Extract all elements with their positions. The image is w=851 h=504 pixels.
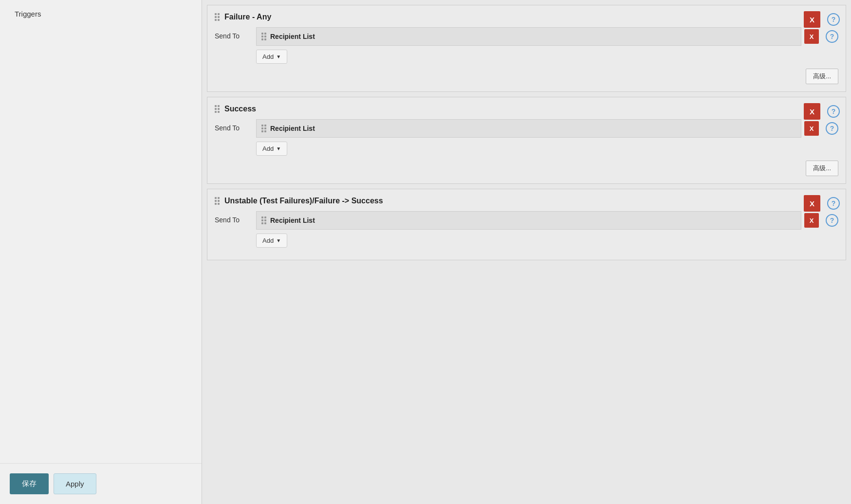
- add-label-unstable: Add: [262, 237, 274, 244]
- drag-dot: [261, 216, 263, 218]
- main-layout: Triggers 保存 Apply X ? Fail: [0, 0, 851, 504]
- recipient-area-unstable: Recipient List X ? Add ▼: [256, 211, 838, 248]
- recipient-label-unstable: Recipient List: [270, 216, 315, 224]
- add-label-success: Add: [262, 145, 274, 152]
- help-icon-recipient-success[interactable]: ?: [826, 122, 838, 135]
- help-icon-recipient-unstable[interactable]: ?: [826, 214, 838, 227]
- drag-dot: [261, 36, 263, 37]
- recipient-drag-handle-failure-any[interactable]: [261, 33, 266, 40]
- drag-dot: [218, 105, 220, 107]
- drag-dot: [264, 125, 266, 126]
- advanced-button-failure-any[interactable]: 高级...: [806, 69, 838, 84]
- drag-dot: [264, 36, 266, 37]
- recipient-drag-handle-success[interactable]: [261, 125, 266, 132]
- trigger-header-failure-any: Failure - Any: [215, 13, 838, 21]
- remove-recipient-success-button[interactable]: X: [804, 121, 819, 136]
- drag-dot: [264, 127, 266, 129]
- recipient-box-success: Recipient List: [256, 119, 801, 138]
- drag-dot: [261, 38, 263, 40]
- add-recipient-success-button[interactable]: Add ▼: [256, 142, 287, 156]
- remove-trigger-unstable-button[interactable]: X: [804, 195, 820, 212]
- drag-dot: [215, 197, 217, 199]
- add-recipient-failure-any-button[interactable]: Add ▼: [256, 50, 287, 64]
- advanced-row-success: 高级...: [215, 161, 838, 176]
- help-icon-recipient-failure-any[interactable]: ?: [826, 30, 838, 43]
- recipient-drag-handle-unstable[interactable]: [261, 216, 266, 224]
- help-icon-success[interactable]: ?: [827, 105, 840, 118]
- send-to-row-success: Send To Recipient Lis: [215, 119, 838, 156]
- recipient-label-success: Recipient List: [270, 125, 315, 132]
- recipient-box-failure-any: Recipient List: [256, 27, 801, 46]
- trigger-header-unstable: Unstable (Test Failures)/Failure -> Succ…: [215, 197, 838, 205]
- drag-dot: [215, 111, 217, 113]
- trigger-top-right-failure-any: X ?: [804, 11, 840, 28]
- drag-dot: [264, 33, 266, 35]
- drag-dot: [218, 197, 220, 199]
- remove-trigger-failure-any-button[interactable]: X: [804, 11, 820, 28]
- drag-dot: [215, 203, 217, 205]
- trigger-top-right-unstable: X ?: [804, 195, 840, 212]
- drag-dot: [264, 222, 266, 224]
- send-to-row-unstable: Send To Recipient Lis: [215, 211, 838, 248]
- drag-dot: [261, 219, 263, 221]
- sidebar-footer: 保存 Apply: [0, 463, 202, 504]
- drag-dot: [261, 33, 263, 35]
- drag-dot: [264, 38, 266, 40]
- drag-handle-failure-any[interactable]: [215, 13, 220, 21]
- help-icon-failure-any[interactable]: ?: [827, 13, 840, 26]
- add-dropdown-arrow-unstable: ▼: [276, 238, 281, 243]
- recipient-row-unstable: Recipient List X ?: [256, 211, 838, 230]
- drag-dot: [215, 108, 217, 110]
- drag-dot: [261, 130, 263, 132]
- send-to-label-failure-any: Send To: [215, 27, 249, 40]
- trigger-title-failure-any: Failure - Any: [224, 13, 838, 21]
- send-to-label-success: Send To: [215, 119, 249, 132]
- drag-dot: [215, 200, 217, 202]
- drag-dot: [218, 13, 220, 15]
- drag-handle-unstable[interactable]: [215, 197, 220, 205]
- drag-handle-success[interactable]: [215, 105, 220, 113]
- drag-dot: [264, 219, 266, 221]
- advanced-button-success[interactable]: 高级...: [806, 161, 838, 176]
- drag-dot: [264, 216, 266, 218]
- trigger-block-unstable: X ? Unstable (Test Failures)/Failure -> …: [207, 189, 846, 260]
- drag-dot: [218, 111, 220, 113]
- drag-dot: [261, 222, 263, 224]
- drag-dot: [215, 16, 217, 18]
- trigger-block-success: X ? Success Send To: [207, 97, 846, 184]
- drag-dot: [215, 19, 217, 21]
- advanced-row-failure-any: 高级...: [215, 69, 838, 84]
- drag-dot: [264, 130, 266, 132]
- drag-dot: [218, 19, 220, 21]
- add-dropdown-arrow-failure-any: ▼: [276, 54, 281, 59]
- add-dropdown-arrow-success: ▼: [276, 146, 281, 151]
- remove-trigger-success-button[interactable]: X: [804, 103, 820, 120]
- add-recipient-unstable-button[interactable]: Add ▼: [256, 234, 287, 248]
- recipient-row-failure-any: Recipient List X ?: [256, 27, 838, 46]
- sidebar-title: Triggers: [0, 0, 202, 28]
- recipient-area-failure-any: Recipient List X ? Add ▼: [256, 27, 838, 64]
- sidebar: Triggers 保存 Apply: [0, 0, 202, 504]
- trigger-header-success: Success: [215, 105, 838, 113]
- add-label-failure-any: Add: [262, 53, 274, 60]
- save-button[interactable]: 保存: [10, 473, 49, 494]
- drag-dot: [215, 13, 217, 15]
- remove-recipient-failure-any-button[interactable]: X: [804, 29, 819, 44]
- add-button-row-unstable: Add ▼: [256, 234, 838, 248]
- help-icon-unstable[interactable]: ?: [827, 197, 840, 210]
- apply-button[interactable]: Apply: [54, 473, 96, 494]
- send-to-label-unstable: Send To: [215, 211, 249, 224]
- send-to-row-failure-any: Send To Recipient Lis: [215, 27, 838, 64]
- add-button-row-success: Add ▼: [256, 142, 838, 156]
- drag-dot: [215, 105, 217, 107]
- drag-dot: [261, 127, 263, 129]
- drag-dot: [261, 125, 263, 126]
- recipient-area-success: Recipient List X ? Add ▼: [256, 119, 838, 156]
- recipient-box-unstable: Recipient List: [256, 211, 801, 230]
- trigger-top-right-success: X ?: [804, 103, 840, 120]
- drag-dot: [218, 203, 220, 205]
- trigger-block-failure-any: X ? Failure - Any Send To: [207, 5, 846, 92]
- recipient-label-failure-any: Recipient List: [270, 33, 315, 40]
- drag-dot: [218, 200, 220, 202]
- remove-recipient-unstable-button[interactable]: X: [804, 213, 819, 228]
